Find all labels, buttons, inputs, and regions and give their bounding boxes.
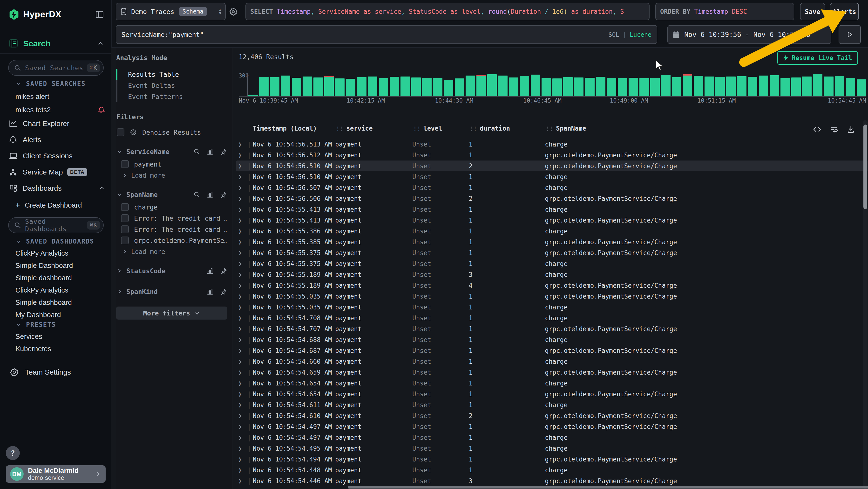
- table-row[interactable]: ❯|Nov 6 10:54:56.512 AMpaymentUnset1grpc…: [236, 150, 868, 161]
- column-header-spanname[interactable]: ⋮⋮SpanName: [545, 125, 586, 132]
- table-row[interactable]: ❯|Nov 6 10:54:54.687 AMpaymentUnset1grpc…: [236, 345, 868, 356]
- facet-header-spanname[interactable]: SpanName: [116, 189, 227, 200]
- saved-search-item[interactable]: mikes tets2: [16, 106, 105, 114]
- saved-dashboard-item[interactable]: Simple dashboard: [16, 274, 105, 282]
- saved-dashboards-input[interactable]: Saved Dashboards ⌘K: [8, 217, 104, 233]
- row-expand-chevron[interactable]: ❯: [238, 434, 242, 441]
- code-view-icon[interactable]: [813, 125, 821, 134]
- preset-item[interactable]: Services: [16, 333, 105, 341]
- saved-dashboard-item[interactable]: Simple Dashboard: [16, 262, 105, 269]
- resume-live-tail-button[interactable]: Resume Live Tail: [777, 51, 858, 65]
- more-filters-button[interactable]: More filters: [116, 307, 227, 320]
- row-expand-chevron[interactable]: ❯: [238, 337, 242, 343]
- saved-dashboard-item[interactable]: My Dashboard: [16, 311, 105, 319]
- denoise-checkbox[interactable]: [117, 128, 124, 136]
- saved-searches-input[interactable]: Saved Searches ⌘K: [8, 60, 104, 76]
- facet-header-statuscode[interactable]: StatusCode: [116, 265, 227, 276]
- row-expand-chevron[interactable]: ❯: [238, 217, 242, 224]
- table-row[interactable]: ❯|Nov 6 10:54:55.386 AMpaymentUnset1char…: [236, 226, 868, 236]
- chevron-down-icon[interactable]: [116, 192, 123, 198]
- row-expand-chevron[interactable]: ❯: [238, 206, 242, 213]
- date-range-picker[interactable]: Nov 6 10:39:56 - Nov 6 10:54:56: [668, 25, 831, 44]
- row-expand-chevron[interactable]: ❯: [238, 423, 242, 430]
- mode-tab-results-table[interactable]: Results Table: [116, 69, 227, 80]
- sidebar-collapse-icon[interactable]: [95, 10, 104, 19]
- table-row[interactable]: ❯|Nov 6 10:54:54.654 AMpaymentUnset1char…: [236, 378, 868, 389]
- row-expand-chevron[interactable]: ❯: [238, 271, 242, 278]
- load-more-button[interactable]: Load more: [122, 248, 227, 255]
- create-dashboard-button[interactable]: + Create Dashboard: [16, 201, 105, 210]
- download-icon[interactable]: [847, 125, 855, 134]
- chevron-up-icon[interactable]: [97, 40, 104, 47]
- source-settings-gear-icon[interactable]: [229, 7, 238, 16]
- run-query-button[interactable]: [839, 25, 861, 44]
- table-row[interactable]: ❯|Nov 6 10:54:55.375 AMpaymentUnset1char…: [236, 258, 868, 269]
- row-expand-chevron[interactable]: ❯: [238, 163, 242, 169]
- table-row[interactable]: ❯|Nov 6 10:54:54.494 AMpaymentUnset1grpc…: [236, 454, 868, 465]
- facet-value[interactable]: Error: The credit card …: [121, 225, 227, 233]
- column-drag-handle[interactable]: ⋮⋮: [335, 126, 343, 132]
- chevron-up-icon[interactable]: [98, 185, 105, 192]
- row-expand-chevron[interactable]: ❯: [238, 250, 242, 256]
- column-header-duration[interactable]: ⋮⋮duration: [469, 125, 510, 132]
- row-expand-chevron[interactable]: ❯: [238, 260, 242, 267]
- table-row[interactable]: ❯|Nov 6 10:54:56.507 AMpaymentUnset1char…: [236, 182, 868, 193]
- facet-value[interactable]: Error: The credit card …: [121, 214, 227, 222]
- table-row[interactable]: ❯|Nov 6 10:54:54.448 AMpaymentUnset1char…: [236, 465, 868, 476]
- column-header-level[interactable]: ⋮⋮level: [412, 125, 442, 132]
- row-expand-chevron[interactable]: ❯: [238, 391, 242, 398]
- horizontal-scrollbar-thumb[interactable]: [348, 486, 868, 489]
- row-expand-chevron[interactable]: ❯: [238, 456, 242, 463]
- saved-dashboards-section[interactable]: SAVED DASHBOARDS: [16, 238, 105, 245]
- facet-pin-icon[interactable]: [220, 267, 227, 275]
- row-expand-chevron[interactable]: ❯: [238, 282, 242, 289]
- facet-chart-icon[interactable]: [207, 267, 214, 275]
- vertical-scrollbar-thumb[interactable]: [863, 124, 867, 209]
- chevron-right-icon[interactable]: [116, 268, 123, 274]
- alerts-button[interactable]: Alerts: [830, 3, 859, 20]
- denoise-results-toggle[interactable]: Denoise Results: [117, 128, 227, 136]
- table-row[interactable]: ❯|Nov 6 10:54:55.413 AMpaymentUnset1grpc…: [236, 215, 868, 226]
- row-expand-chevron[interactable]: ❯: [238, 478, 242, 484]
- preset-item[interactable]: Kubernetes: [16, 345, 105, 353]
- table-row[interactable]: ❯|Nov 6 10:54:54.497 AMpaymentUnset1grpc…: [236, 421, 868, 432]
- lucene-mode-toggle[interactable]: Lucene: [630, 31, 651, 38]
- column-header-timestamp-local-[interactable]: Timestamp (Local): [253, 125, 317, 132]
- row-expand-chevron[interactable]: ❯: [238, 402, 242, 408]
- row-expand-chevron[interactable]: ❯: [238, 184, 242, 191]
- facet-value[interactable]: charge: [121, 203, 227, 211]
- presets-section[interactable]: PRESETS: [16, 321, 105, 328]
- sidebar-item-search[interactable]: Search: [9, 37, 104, 50]
- facet-checkbox[interactable]: [121, 160, 129, 168]
- saved-dashboard-item[interactable]: Simple dashboard: [16, 298, 105, 307]
- sidebar-item-chart-explorer[interactable]: Chart Explorer: [9, 115, 105, 132]
- row-expand-chevron[interactable]: ❯: [238, 152, 242, 159]
- facet-value[interactable]: payment: [121, 160, 227, 168]
- row-expand-chevron[interactable]: ❯: [238, 228, 242, 235]
- row-expand-chevron[interactable]: ❯: [238, 412, 242, 419]
- table-row[interactable]: ❯|Nov 6 10:54:54.659 AMpaymentUnset1grpc…: [236, 367, 868, 378]
- table-row[interactable]: ❯|Nov 6 10:54:55.189 AMpaymentUnset4grpc…: [236, 280, 868, 291]
- row-expand-chevron[interactable]: ❯: [238, 293, 242, 300]
- chevron-right-icon[interactable]: [116, 288, 123, 295]
- row-expand-chevron[interactable]: ❯: [238, 380, 242, 387]
- table-row[interactable]: ❯|Nov 6 10:54:55.413 AMpaymentUnset1char…: [236, 204, 868, 215]
- table-row[interactable]: ❯|Nov 6 10:54:54.611 AMpaymentUnset1char…: [236, 399, 868, 410]
- table-row[interactable]: ❯|Nov 6 10:54:56.506 AMpaymentUnset2grpc…: [236, 193, 868, 204]
- save-button[interactable]: Save: [800, 3, 825, 20]
- sidebar-item-team-settings[interactable]: Team Settings: [10, 368, 71, 377]
- table-row[interactable]: ❯|Nov 6 10:54:54.654 AMpaymentUnset1grpc…: [236, 389, 868, 399]
- facet-chart-icon[interactable]: [207, 288, 214, 295]
- table-row[interactable]: ❯|Nov 6 10:54:54.446 AMpaymentUnset3grpc…: [236, 476, 868, 486]
- row-expand-chevron[interactable]: ❯: [238, 369, 242, 376]
- row-expand-chevron[interactable]: ❯: [238, 174, 242, 180]
- facet-pin-icon[interactable]: [220, 148, 227, 155]
- table-row[interactable]: ❯|Nov 6 10:54:55.375 AMpaymentUnset1grpc…: [236, 248, 868, 258]
- facet-checkbox[interactable]: [121, 225, 129, 233]
- table-row[interactable]: ❯|Nov 6 10:54:54.688 AMpaymentUnset1char…: [236, 334, 868, 345]
- row-expand-chevron[interactable]: ❯: [238, 347, 242, 354]
- row-expand-chevron[interactable]: ❯: [238, 239, 242, 246]
- table-row[interactable]: ❯|Nov 6 10:54:56.513 AMpaymentUnset1char…: [236, 139, 868, 150]
- table-row[interactable]: ❯|Nov 6 10:54:54.495 AMpaymentUnset1char…: [236, 443, 868, 454]
- sql-mode-toggle[interactable]: SQL: [608, 31, 619, 38]
